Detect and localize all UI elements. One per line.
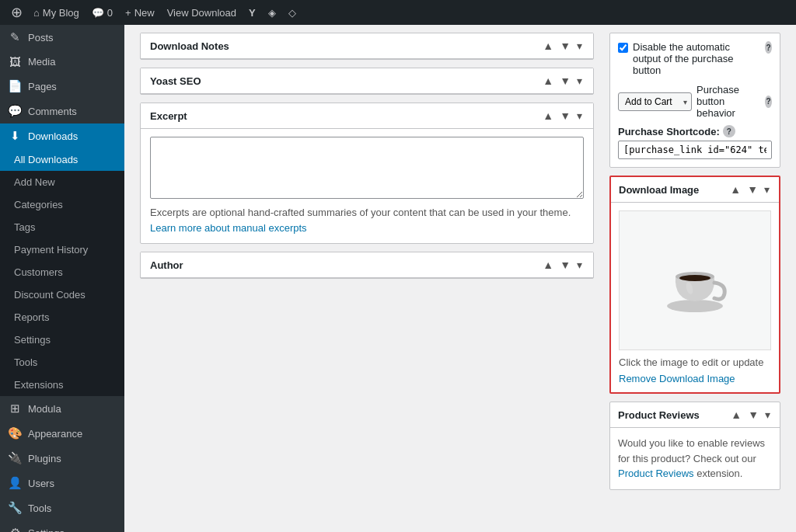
modula-icon: ⊞	[8, 402, 22, 416]
coffee-image	[660, 245, 730, 315]
wp-logo[interactable]: ⊕	[6, 0, 27, 25]
sidebar-item-tools2[interactable]: 🔧 Tools	[0, 495, 124, 520]
excerpt-body: Excerpts are optional hand-crafted summa…	[141, 129, 593, 243]
product-reviews-title: Product Reviews	[618, 409, 700, 421]
sidebar-item-users[interactable]: 👤 Users	[0, 471, 124, 495]
download-image-close-btn[interactable]: ▾	[763, 183, 771, 196]
sidebar-item-add-new[interactable]: Add New	[0, 171, 124, 193]
sidebar-item-payment-history[interactable]: Payment History	[0, 238, 124, 261]
reviews-down-btn[interactable]: ▼	[746, 409, 760, 421]
metabox-author: Author ▲ ▼ ▾	[140, 252, 594, 279]
customers-label: Customers	[14, 266, 63, 278]
home-icon: ⌂	[33, 7, 40, 19]
media-icon: 🖼	[8, 55, 22, 68]
download-image-up-btn[interactable]: ▲	[728, 183, 742, 196]
metabox-download-notes-header[interactable]: Download Notes ▲ ▼ ▾	[141, 33, 593, 59]
sidebar-item-reports[interactable]: Reports	[0, 306, 124, 329]
tools-label: Tools	[14, 356, 37, 368]
yoast-up-btn[interactable]: ▲	[541, 75, 555, 87]
add-to-cart-select[interactable]: Add to Cart Buy Now Download	[618, 92, 692, 111]
yoast-down-btn[interactable]: ▼	[558, 75, 572, 87]
reviews-text-after: extension.	[696, 468, 742, 479]
reviews-up-btn[interactable]: ▲	[729, 409, 743, 421]
admin-bar: ⊕ ⌂ My Blog 💬 0 + New View Download Y ◈ …	[0, 0, 796, 25]
sidebar-item-plugins[interactable]: 🔌 Plugins	[0, 446, 124, 471]
sidebar-item-appearance[interactable]: 🎨 Appearance	[0, 421, 124, 446]
excerpt-title: Excerpt	[150, 110, 187, 122]
sidebar-item-comments[interactable]: 💬 Comments	[0, 99, 124, 123]
remove-image-link[interactable]: Remove Download Image	[619, 373, 735, 384]
reviews-link[interactable]: Product Reviews	[618, 468, 694, 479]
sidebar-item-settings2[interactable]: ⚙ Settings	[0, 520, 124, 532]
excerpt-textarea[interactable]	[150, 137, 584, 199]
add-to-cart-wrapper[interactable]: Add to Cart Buy Now Download	[618, 92, 692, 111]
sidebar-item-all-downloads[interactable]: All Downloads	[0, 148, 124, 171]
metabox-excerpt-header[interactable]: Excerpt ▲ ▼ ▾	[141, 103, 593, 129]
sidebar-label-comments: Comments	[28, 106, 77, 117]
download-image-down-btn[interactable]: ▼	[745, 183, 759, 196]
sidebar: ✎ Posts 🖼 Media 📄 Pages 💬 Comments ⬇ Dow…	[0, 25, 124, 532]
excerpt-up-btn[interactable]: ▲	[541, 110, 555, 122]
reviews-close-btn[interactable]: ▾	[763, 409, 772, 421]
adminbar-icon1[interactable]: ◈	[262, 0, 282, 25]
metabox-yoast-header[interactable]: Yoast SEO ▲ ▼ ▾	[141, 68, 593, 94]
excerpt-learn-more[interactable]: Learn more about manual excerpts	[150, 222, 307, 234]
adminbar-yoast[interactable]: Y	[243, 0, 262, 25]
sidebar-label-posts: Posts	[28, 32, 54, 43]
appearance-icon: 🎨	[8, 426, 22, 440]
product-reviews-panel: Product Reviews ▲ ▼ ▾ Would you like to …	[609, 402, 780, 490]
svg-point-2	[679, 275, 710, 281]
wp-icon: ⊕	[11, 4, 23, 21]
sidebar-item-modula[interactable]: ⊞ Modula	[0, 396, 124, 421]
sidebar-item-settings[interactable]: Settings	[0, 329, 124, 351]
sidebar-item-downloads[interactable]: ⬇ Downloads	[0, 123, 124, 148]
metabox-author-header[interactable]: Author ▲ ▼ ▾	[141, 252, 593, 278]
download-notes-up-btn[interactable]: ▲	[541, 40, 555, 52]
author-up-btn[interactable]: ▲	[541, 259, 555, 271]
tools2-label: Tools	[28, 502, 51, 514]
add-to-cart-row: Add to Cart Buy Now Download Purchase bu…	[618, 84, 772, 119]
excerpt-close-btn[interactable]: ▾	[575, 110, 584, 122]
sidebar-item-tags[interactable]: Tags	[0, 216, 124, 238]
discount-codes-label: Discount Codes	[14, 289, 86, 301]
author-close-btn[interactable]: ▾	[575, 259, 584, 271]
author-down-btn[interactable]: ▼	[558, 259, 572, 271]
shortcode-section: Purchase Shortcode: ?	[618, 125, 772, 159]
sidebar-item-discount-codes[interactable]: Discount Codes	[0, 283, 124, 306]
purchase-button-body: Disable the automatic output of the purc…	[610, 33, 780, 167]
download-image-body: Click the image to edit or update Remove…	[611, 203, 779, 392]
extensions-label: Extensions	[14, 379, 64, 391]
sidebar-item-categories[interactable]: Categories	[0, 193, 124, 216]
download-image-title: Download Image	[619, 184, 699, 196]
sidebar-item-media[interactable]: 🖼 Media	[0, 50, 124, 74]
settings-label: Settings	[14, 334, 51, 346]
adminbar-view-download[interactable]: View Download	[161, 0, 243, 25]
sidebar-item-pages[interactable]: 📄 Pages	[0, 74, 124, 99]
shortcode-help-icon[interactable]: ?	[723, 125, 735, 137]
view-download-label: View Download	[167, 7, 236, 19]
adminbar-comments[interactable]: 💬 0	[86, 0, 119, 25]
disable-purchase-label[interactable]: Disable the automatic output of the purc…	[633, 41, 760, 76]
sidebar-item-customers[interactable]: Customers	[0, 261, 124, 283]
purchase-help-icon[interactable]: ?	[765, 41, 772, 54]
shortcode-input[interactable]	[618, 141, 772, 159]
product-reviews-body: Would you like to enable reviews for thi…	[610, 428, 780, 489]
comments-icon: 💬	[92, 7, 104, 19]
sidebar-item-posts[interactable]: ✎ Posts	[0, 25, 124, 50]
download-notes-title: Download Notes	[150, 40, 229, 52]
behavior-help-icon[interactable]: ?	[765, 96, 772, 108]
download-notes-down-btn[interactable]: ▼	[558, 40, 572, 52]
disable-purchase-checkbox[interactable]	[618, 43, 628, 53]
adminbar-new[interactable]: + New	[119, 0, 161, 25]
metabox-download-notes: Download Notes ▲ ▼ ▾	[140, 33, 594, 60]
download-notes-close-btn[interactable]: ▾	[575, 40, 584, 52]
download-image-area[interactable]	[619, 210, 771, 350]
yoast-close-btn[interactable]: ▾	[575, 75, 584, 87]
sidebar-item-tools[interactable]: Tools	[0, 351, 124, 374]
metabox-excerpt: Excerpt ▲ ▼ ▾ Excerpts are optional hand…	[140, 103, 594, 244]
adminbar-site[interactable]: ⌂ My Blog	[27, 0, 86, 25]
adminbar-icon2[interactable]: ◇	[282, 0, 302, 25]
sidebar-item-extensions[interactable]: Extensions	[0, 374, 124, 396]
categories-label: Categories	[14, 199, 63, 210]
excerpt-down-btn[interactable]: ▼	[558, 110, 572, 122]
